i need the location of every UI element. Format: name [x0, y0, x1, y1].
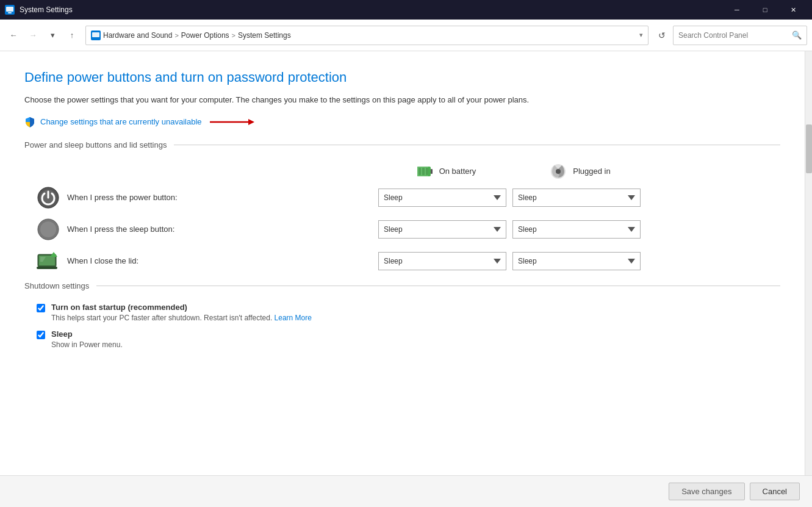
uac-shield-icon	[24, 117, 35, 128]
red-arrow-icon	[207, 116, 256, 128]
laptop-lid-icon	[37, 250, 60, 273]
sleep-button-plugged-in-dropdown-wrap[interactable]: Do nothing Sleep Hibernate Shut down	[512, 220, 647, 239]
breadcrumb-part1: Hardware and Sound	[103, 31, 172, 40]
svg-rect-10	[431, 169, 433, 174]
change-settings-link[interactable]: Change settings that are currently unava…	[40, 117, 202, 126]
svg-rect-2	[8, 12, 12, 13]
plugged-in-header: Plugged in	[512, 162, 647, 181]
sleep-description: Show in Power menu.	[51, 340, 123, 349]
power-button-on-battery-dropdown-wrap[interactable]: Do nothing Sleep Hibernate Shut down	[378, 189, 512, 207]
fast-startup-checkbox[interactable]	[37, 304, 45, 312]
content-area: Define power buttons and turn on passwor…	[0, 51, 805, 507]
power-button-plugged-in-dropdown-wrap[interactable]: Do nothing Sleep Hibernate Shut down	[512, 189, 647, 207]
up-button[interactable]: ↑	[63, 27, 81, 44]
power-button-row: When I press the power button: Do nothin…	[24, 186, 780, 209]
fast-startup-title[interactable]: Turn on fast startup (recommended)	[51, 303, 312, 312]
main-content: Define power buttons and turn on passwor…	[0, 51, 812, 507]
scrollbar[interactable]	[805, 51, 812, 507]
recent-locations-button[interactable]: ▾	[44, 27, 61, 44]
svg-point-19	[40, 221, 56, 237]
sleep-button-label: When I press the sleep button:	[67, 225, 174, 234]
page-description: Choose the power settings that you want …	[24, 94, 549, 106]
close-button[interactable]: ✕	[779, 0, 807, 20]
address-bar[interactable]: Hardware and Sound > Power Options > Sys…	[85, 26, 649, 45]
sleep-button-icon	[37, 218, 59, 240]
save-changes-button[interactable]: Save changes	[669, 483, 744, 500]
svg-rect-4	[92, 32, 99, 37]
svg-marker-7	[248, 119, 254, 125]
settings-column-headers: On battery Plugged in	[24, 162, 780, 181]
lid-plugged-in-dropdown[interactable]: Do nothing Sleep Hibernate Shut down	[512, 252, 641, 270]
sleep-checkbox[interactable]	[37, 331, 45, 339]
svg-point-15	[556, 169, 561, 174]
window-controls: ─ □ ✕	[723, 0, 807, 20]
svg-rect-13	[426, 168, 428, 175]
titlebar-icon	[5, 5, 15, 15]
cancel-button[interactable]: Cancel	[750, 483, 800, 500]
on-battery-label: On battery	[439, 167, 476, 176]
lid-label: When I close the lid:	[67, 256, 138, 265]
search-icon: 🔍	[792, 31, 802, 40]
learn-more-link[interactable]: Learn More	[275, 314, 312, 322]
sleep-title[interactable]: Sleep	[51, 329, 123, 339]
lid-row: When I close the lid: Do nothing Sleep H…	[24, 250, 780, 273]
battery-icon	[415, 162, 434, 181]
titlebar: System Settings ─ □ ✕	[0, 0, 812, 20]
fast-startup-description: This helps start your PC faster after sh…	[51, 314, 312, 322]
breadcrumb: Hardware and Sound > Power Options > Sys…	[103, 31, 637, 40]
lid-on-battery-dropdown[interactable]: Do nothing Sleep Hibernate Shut down	[378, 252, 506, 270]
forward-button[interactable]: →	[24, 27, 41, 44]
back-button[interactable]: ←	[5, 27, 22, 44]
change-settings-row: Change settings that are currently unava…	[24, 116, 780, 128]
search-input[interactable]	[678, 31, 789, 40]
shutdown-section-label: Shutdown settings	[24, 281, 89, 290]
plugged-in-icon	[548, 162, 568, 181]
power-button-on-battery-dropdown[interactable]: Do nothing Sleep Hibernate Shut down	[378, 189, 506, 207]
power-button-label: When I press the power button:	[67, 193, 178, 202]
power-buttons-section-header: Power and sleep buttons and lid settings	[24, 140, 780, 149]
bottom-bar: Save changes Cancel	[0, 475, 812, 507]
sleep-button-row: When I press the sleep button: Do nothin…	[24, 218, 780, 241]
sleep-button-on-battery-dropdown-wrap[interactable]: Do nothing Sleep Hibernate Shut down	[378, 220, 512, 239]
refresh-button[interactable]: ↺	[653, 27, 670, 44]
svg-rect-22	[37, 267, 57, 269]
window-title: System Settings	[20, 5, 723, 14]
svg-rect-12	[422, 168, 425, 175]
power-buttons-section-label: Power and sleep buttons and lid settings	[24, 140, 167, 149]
shutdown-section-header: Shutdown settings	[24, 281, 780, 290]
on-battery-header: On battery	[378, 162, 512, 181]
address-chevron-icon[interactable]: ▾	[639, 31, 643, 39]
lid-on-battery-dropdown-wrap[interactable]: Do nothing Sleep Hibernate Shut down	[378, 252, 512, 270]
lid-plugged-in-dropdown-wrap[interactable]: Do nothing Sleep Hibernate Shut down	[512, 252, 647, 270]
control-panel-icon	[91, 31, 101, 40]
power-button-icon	[37, 187, 59, 209]
sleep-item: Sleep Show in Power menu.	[24, 329, 780, 349]
sleep-button-on-battery-dropdown[interactable]: Do nothing Sleep Hibernate Shut down	[378, 220, 506, 239]
minimize-button[interactable]: ─	[723, 0, 751, 20]
svg-rect-1	[6, 7, 13, 12]
breadcrumb-part3: System Settings	[238, 31, 291, 40]
svg-rect-11	[419, 168, 421, 175]
sleep-button-plugged-in-dropdown[interactable]: Do nothing Sleep Hibernate Shut down	[512, 220, 641, 239]
navbar: ← → ▾ ↑ Hardware and Sound > Power Optio…	[0, 20, 812, 51]
power-button-plugged-in-dropdown[interactable]: Do nothing Sleep Hibernate Shut down	[512, 189, 641, 207]
plugged-in-label: Plugged in	[573, 167, 610, 176]
maximize-button[interactable]: □	[751, 0, 779, 20]
search-box[interactable]: 🔍	[673, 26, 807, 45]
fast-startup-item: Turn on fast startup (recommended) This …	[24, 303, 780, 322]
page-title: Define power buttons and turn on passwor…	[24, 70, 780, 85]
breadcrumb-part2: Power Options	[181, 31, 229, 40]
scrollbar-thumb[interactable]	[806, 124, 812, 173]
